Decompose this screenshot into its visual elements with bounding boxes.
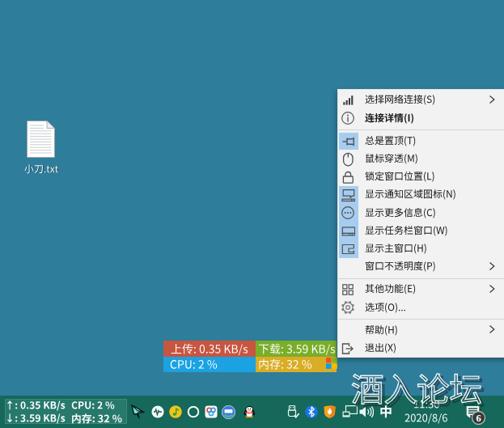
svg-text:6: 6 [476, 413, 481, 424]
